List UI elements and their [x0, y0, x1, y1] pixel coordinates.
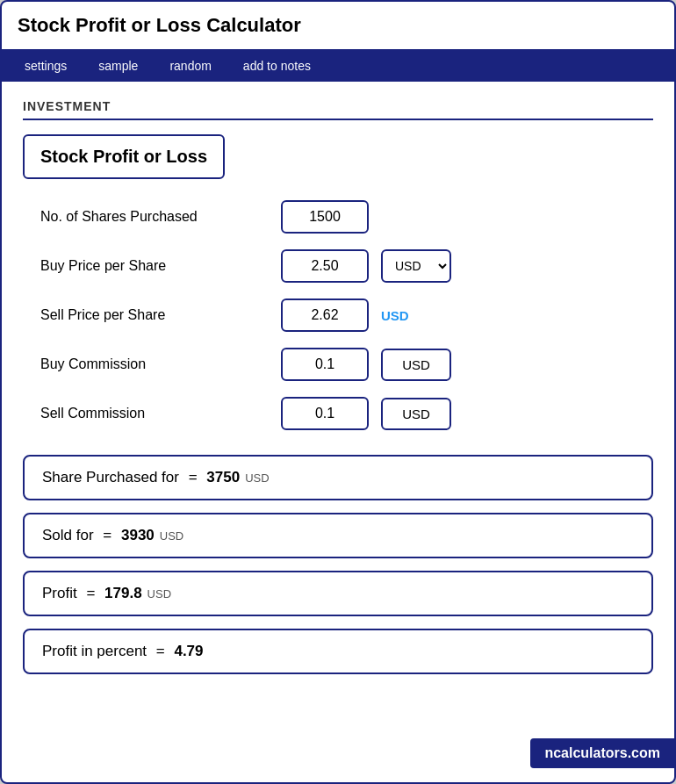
input-sell-price[interactable] [281, 298, 369, 332]
result-purchased-label: Share Purchased for [42, 469, 179, 486]
nav-sample[interactable]: sample [83, 50, 154, 82]
results-container: Share Purchased for = 3750 USD Sold for … [23, 455, 653, 674]
result-sold-value: 3930 [121, 527, 155, 544]
label-buy-price: Buy Price per Share [40, 258, 269, 274]
result-purchased: Share Purchased for = 3750 USD [23, 455, 653, 500]
input-shares[interactable] [281, 200, 369, 234]
page-title: Stock Profit or Loss Calculator [18, 14, 658, 37]
label-sell-commission: Sell Commission [40, 406, 269, 421]
result-profit: Profit = 179.8 USD [23, 571, 653, 616]
nav-add-to-notes[interactable]: add to notes [227, 50, 327, 82]
field-row-sell-commission: Sell Commission USD [40, 397, 653, 430]
result-purchased-value: 3750 [206, 469, 240, 486]
nav-bar: settings sample random add to notes [2, 50, 674, 82]
field-row-sell-price: Sell Price per Share USD [40, 298, 653, 332]
field-row-buy-commission: Buy Commission USD [40, 348, 653, 381]
footer-wrapper: ncalculators.com [2, 728, 674, 782]
result-sold-label: Sold for [42, 527, 94, 544]
input-buy-commission[interactable] [281, 348, 369, 381]
content-area: INVESTMENT Stock Profit or Loss No. of S… [2, 82, 674, 728]
result-purchased-unit: USD [245, 471, 269, 485]
fields-container: No. of Shares Purchased Buy Price per Sh… [23, 200, 653, 430]
currency-text-sell: USD [381, 308, 409, 323]
field-row-buy-price: Buy Price per Share USD EUR GBP [40, 249, 653, 283]
title-bar: Stock Profit or Loss Calculator [2, 2, 674, 50]
result-profit-value: 179.8 [104, 585, 142, 602]
section-label: INVESTMENT [23, 99, 653, 120]
input-buy-price[interactable] [281, 249, 369, 283]
result-profit-label: Profit [42, 585, 77, 602]
label-shares: No. of Shares Purchased [40, 209, 269, 225]
calculator-container: Stock Profit or Loss Calculator settings… [0, 0, 676, 784]
label-sell-price: Sell Price per Share [40, 307, 269, 323]
currency-static-sell-commission: USD [381, 398, 451, 430]
label-buy-commission: Buy Commission [40, 356, 269, 372]
result-sold-unit: USD [160, 529, 183, 543]
result-sold: Sold for = 3930 USD [23, 513, 653, 558]
nav-random[interactable]: random [154, 50, 227, 82]
result-profit-unit: USD [147, 587, 171, 601]
nav-settings[interactable]: settings [9, 50, 83, 82]
input-sell-commission[interactable] [281, 397, 369, 430]
field-row-shares: No. of Shares Purchased [40, 200, 653, 234]
currency-static-buy-commission: USD [381, 349, 451, 381]
result-profit-percent-label: Profit in percent [42, 643, 147, 660]
result-profit-percent-value: 4.79 [174, 643, 203, 660]
calculator-title: Stock Profit or Loss [23, 134, 225, 179]
brand-label: ncalculators.com [530, 738, 674, 768]
currency-select-buy[interactable]: USD EUR GBP [381, 249, 451, 283]
result-profit-percent: Profit in percent = 4.79 [23, 629, 653, 674]
